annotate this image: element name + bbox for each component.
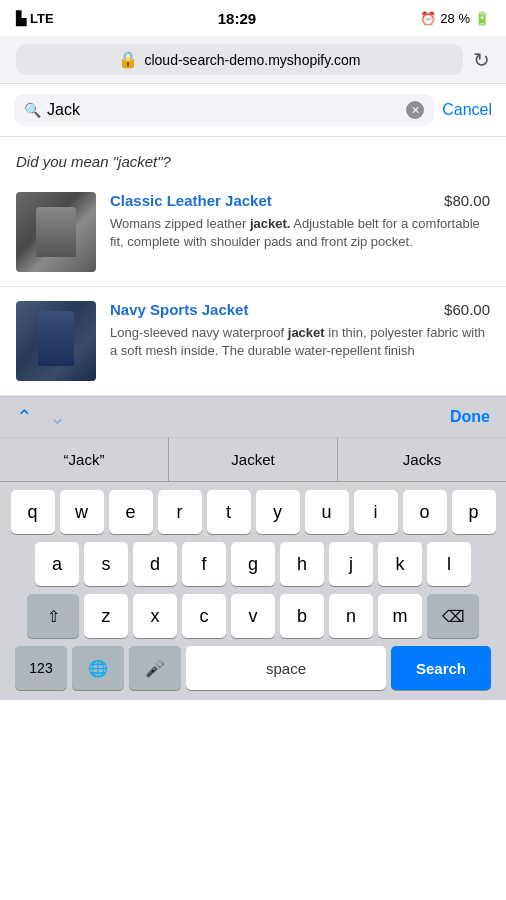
suggestion-text: Did you mean "jacket"? [16,153,171,170]
key-j[interactable]: j [329,542,373,586]
product-header: Navy Sports Jacket $60.00 [110,301,490,318]
cancel-button[interactable]: Cancel [442,101,492,119]
microphone-key[interactable]: 🎤 [129,646,181,690]
key-h[interactable]: h [280,542,324,586]
search-key[interactable]: Search [391,646,491,690]
product-header: Classic Leather Jacket $80.00 [110,192,490,209]
search-input[interactable] [47,101,400,119]
product-name: Classic Leather Jacket [110,192,436,209]
signal-carrier: ▙ LTE [16,11,54,26]
reload-button[interactable]: ↻ [473,48,490,72]
lock-icon: 🔒 [118,50,138,69]
product-price: $60.00 [444,301,490,318]
key-row-2: a s d f g h j k l [4,542,502,586]
keyboard: q w e r t y u i o p a s d f g h j k l ⇧ … [0,482,506,700]
did-you-mean-suggestion: Did you mean "jacket"? [0,137,506,178]
battery-icon: 🔋 [474,11,490,26]
predictive-item-0[interactable]: “Jack” [0,438,169,481]
battery-label: 28 % [440,11,470,26]
predictive-text-bar: “Jack” Jacket Jacks [0,438,506,482]
predictive-label-0: “Jack” [64,451,105,468]
key-row-4: 123 🌐 🎤 space Search [4,646,502,690]
space-key[interactable]: space [186,646,386,690]
key-e[interactable]: e [109,490,153,534]
predictive-label-1: Jacket [231,451,274,468]
key-o[interactable]: o [403,490,447,534]
product-name: Navy Sports Jacket [110,301,436,318]
key-q[interactable]: q [11,490,55,534]
product-description: Womans zipped leather jacket. Adjustable… [110,215,490,251]
key-a[interactable]: a [35,542,79,586]
product-item[interactable]: Navy Sports Jacket $60.00 Long-sleeved n… [0,287,506,396]
search-label: Search [416,660,466,677]
nav-up-button[interactable]: ⌃ [16,405,33,429]
numbers-key[interactable]: 123 [15,646,67,690]
search-icon: 🔍 [24,102,41,118]
product-list: Classic Leather Jacket $80.00 Womans zip… [0,178,506,396]
key-v[interactable]: v [231,594,275,638]
suggestion-quote: "jacket" [113,153,163,170]
key-f[interactable]: f [182,542,226,586]
key-g[interactable]: g [231,542,275,586]
carrier-label: LTE [30,11,54,26]
numbers-label: 123 [29,660,52,676]
key-p[interactable]: p [452,490,496,534]
search-input-wrapper: 🔍 ✕ [14,94,434,126]
key-s[interactable]: s [84,542,128,586]
status-bar: ▙ LTE 18:29 ⏰ 28 % 🔋 [0,0,506,36]
key-m[interactable]: m [378,594,422,638]
space-label: space [266,660,306,677]
delete-key[interactable]: ⌫ [427,594,479,638]
url-bar[interactable]: 🔒 cloud-search-demo.myshopify.com [16,44,463,75]
search-bar: 🔍 ✕ Cancel [0,84,506,137]
key-w[interactable]: w [60,490,104,534]
key-d[interactable]: d [133,542,177,586]
alarm-icon: ⏰ [420,11,436,26]
shift-key[interactable]: ⇧ [27,594,79,638]
key-b[interactable]: b [280,594,324,638]
browser-bar: 🔒 cloud-search-demo.myshopify.com ↻ [0,36,506,84]
signal-icon: ▙ [16,11,26,26]
predictive-item-2[interactable]: Jacks [338,438,506,481]
key-row-3: ⇧ z x c v b n m ⌫ [4,594,502,638]
time-display: 18:29 [218,10,256,27]
globe-key[interactable]: 🌐 [72,646,124,690]
battery-area: ⏰ 28 % 🔋 [420,11,490,26]
done-button[interactable]: Done [450,408,490,426]
product-item[interactable]: Classic Leather Jacket $80.00 Womans zip… [0,178,506,287]
key-n[interactable]: n [329,594,373,638]
key-u[interactable]: u [305,490,349,534]
product-description: Long-sleeved navy waterproof jacket in t… [110,324,490,360]
key-l[interactable]: l [427,542,471,586]
toolbar-nav: ⌃ ⌄ [16,405,66,429]
nav-down-button[interactable]: ⌄ [49,405,66,429]
key-k[interactable]: k [378,542,422,586]
predictive-label-2: Jacks [403,451,441,468]
key-z[interactable]: z [84,594,128,638]
clear-button[interactable]: ✕ [406,101,424,119]
product-info: Classic Leather Jacket $80.00 Womans zip… [110,192,490,251]
product-price: $80.00 [444,192,490,209]
product-info: Navy Sports Jacket $60.00 Long-sleeved n… [110,301,490,360]
key-y[interactable]: y [256,490,300,534]
key-row-1: q w e r t y u i o p [4,490,502,534]
product-thumbnail [16,192,96,272]
url-text: cloud-search-demo.myshopify.com [144,52,360,68]
key-i[interactable]: i [354,490,398,534]
predictive-item-1[interactable]: Jacket [169,438,338,481]
keyboard-toolbar: ⌃ ⌄ Done [0,396,506,438]
key-r[interactable]: r [158,490,202,534]
key-x[interactable]: x [133,594,177,638]
key-c[interactable]: c [182,594,226,638]
key-t[interactable]: t [207,490,251,534]
product-thumbnail [16,301,96,381]
